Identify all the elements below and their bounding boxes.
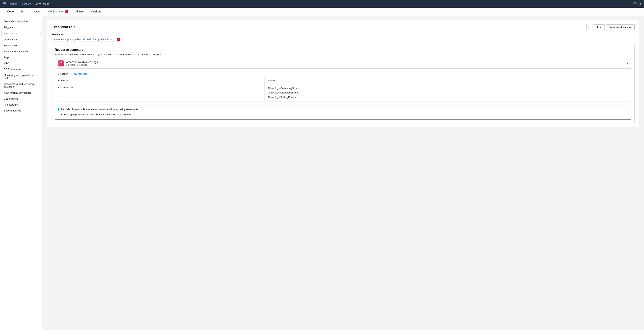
external-link-icon: ↗ xyxy=(110,38,112,41)
service-dropdown[interactable]: C Amazon CloudWatch Logs 3 actions, 1 re… xyxy=(55,58,631,69)
tab-aliases[interactable]: Aliases xyxy=(72,8,88,16)
refresh-icon: ↻ xyxy=(588,25,590,29)
execution-role-card: Execution role ↻ Edit View role document… xyxy=(47,20,640,127)
role-badge: 3 xyxy=(117,38,120,41)
sidebar-item-monitoring-operations[interactable]: Monitoring and operations tools xyxy=(0,72,42,81)
refresh-button[interactable]: ↻ xyxy=(586,24,592,30)
resource-summary-card: Resource summary To view the resources a… xyxy=(52,45,634,123)
tab-versions[interactable]: Versions xyxy=(88,8,105,16)
card-actions: ↻ Edit View role document xyxy=(586,24,634,30)
execution-role-title: Execution role xyxy=(52,25,75,29)
inner-tabs: By action By resource xyxy=(55,71,631,77)
help-icon[interactable]: ⓘ xyxy=(634,2,636,6)
sidebar-item-destinations[interactable]: Destinations xyxy=(0,36,42,42)
edit-button[interactable]: Edit xyxy=(594,24,605,30)
resource-summary-title: Resource summary xyxy=(55,48,631,51)
info-text: Lambda obtained this information from th… xyxy=(61,107,139,117)
top-nav: ☰ Lambda › Functions › resize_image ⓘ ⊙ xyxy=(0,0,644,8)
sidebar-item-triggers[interactable]: Triggers xyxy=(0,24,42,30)
info-box: ℹ Lambda obtained this information from … xyxy=(55,105,631,119)
content-area: Execution role ↻ Edit View role document… xyxy=(42,16,644,330)
service-info: Amazon CloudWatch Logs 3 actions, 1 reso… xyxy=(66,60,98,66)
action-line-1: Allow: logs:CreateLogGroup xyxy=(268,86,628,90)
sidebar-item-async-invocation[interactable]: Asynchronous invocation xyxy=(0,90,42,96)
info-text-main: Lambda obtained this information from th… xyxy=(61,108,139,111)
page-layout: General configuration Triggers Permissio… xyxy=(0,16,644,330)
col-resource: Resource xyxy=(55,77,264,84)
resource-table: Resource Actions All resources Allow: lo… xyxy=(55,77,631,101)
sidebar-item-rds-databases[interactable]: RDS databases xyxy=(0,66,42,72)
sidebar-item-general-configuration[interactable]: General configuration xyxy=(0,18,42,24)
info-list: Managed policy AWSLambdaBasicExecutionRo… xyxy=(64,113,139,117)
service-meta: 3 actions, 1 resource xyxy=(66,64,98,66)
sidebar-item-permissions[interactable]: Permissions xyxy=(2,31,40,36)
settings-icon[interactable]: ⊙ xyxy=(638,2,641,6)
breadcrumb-sep-2: › xyxy=(32,2,33,5)
tab-test[interactable]: Test xyxy=(17,8,29,16)
breadcrumb-lambda[interactable]: Lambda xyxy=(8,2,18,5)
sidebar-item-file-systems[interactable]: File systems xyxy=(0,102,42,108)
top-nav-icons: ⓘ ⊙ xyxy=(634,2,641,6)
breadcrumb: Lambda › Functions › resize_image xyxy=(8,2,49,5)
tab-configuration-badge: 1 xyxy=(65,10,68,13)
tab-configuration[interactable]: Configuration1 xyxy=(45,8,72,16)
breadcrumb-current: resize_image xyxy=(34,2,49,5)
breadcrumb-sep-1: › xyxy=(18,2,19,5)
sidebar-item-function-url[interactable]: Function URL xyxy=(0,42,42,48)
resource-summary-desc: To view the resources and actions that y… xyxy=(55,53,631,56)
role-name-text: fcj-book-shop-ImageResizeRole-Bb8AmprVUq… xyxy=(54,38,109,41)
card-header: Execution role ↻ Edit View role document xyxy=(52,24,634,30)
action-line-2: Allow: logs:CreateLogStream xyxy=(268,90,628,95)
role-name-label: Role name xyxy=(52,33,634,36)
action-line-3: Allow: logs:PutLogEvents xyxy=(268,95,628,99)
menu-icon[interactable]: ☰ xyxy=(3,2,6,6)
service-name: Amazon CloudWatch Logs xyxy=(66,60,98,64)
sidebar-item-vpc[interactable]: VPC xyxy=(0,60,42,66)
service-icon: C xyxy=(58,60,64,66)
tab-code[interactable]: Code xyxy=(4,8,17,16)
sidebar-item-state-machines[interactable]: State machines xyxy=(0,108,42,114)
sidebar-item-tags[interactable]: Tags xyxy=(0,54,42,60)
info-icon: ℹ xyxy=(58,108,59,117)
tab-bar: Code Test Monitor Configuration1 Aliases… xyxy=(0,8,644,16)
role-name-link[interactable]: fcj-book-shop-ImageResizeRole-Bb8AmprVUq… xyxy=(52,37,114,42)
service-dropdown-left: C Amazon CloudWatch Logs 3 actions, 1 re… xyxy=(58,60,98,66)
tab-by-resource[interactable]: By resource xyxy=(71,71,90,77)
resource-cell: All resources xyxy=(55,84,264,101)
sidebar-item-code-signing[interactable]: Code signing xyxy=(0,96,42,102)
tab-by-action[interactable]: By action xyxy=(55,71,71,77)
main-wrapper: Code Test Monitor Configuration1 Aliases… xyxy=(0,8,644,331)
chevron-down-icon: ▾ xyxy=(627,61,628,65)
col-actions: Actions xyxy=(264,77,631,84)
actions-cell: Allow: logs:CreateLogGroup Allow: logs:C… xyxy=(264,84,631,101)
info-list-item-0: Managed policy AWSLambdaBasicExecutionRo… xyxy=(64,113,139,117)
view-role-document-button[interactable]: View role document xyxy=(606,24,634,30)
table-row: All resources Allow: logs:CreateLogGroup… xyxy=(55,84,631,101)
tab-monitor[interactable]: Monitor xyxy=(29,8,45,16)
sidebar: General configuration Triggers Permissio… xyxy=(0,16,42,330)
sidebar-item-environment-variables[interactable]: Environment variables xyxy=(0,48,42,54)
sidebar-item-concurrency[interactable]: Concurrency and recursion detection xyxy=(0,81,42,90)
breadcrumb-functions[interactable]: Functions xyxy=(20,2,31,5)
